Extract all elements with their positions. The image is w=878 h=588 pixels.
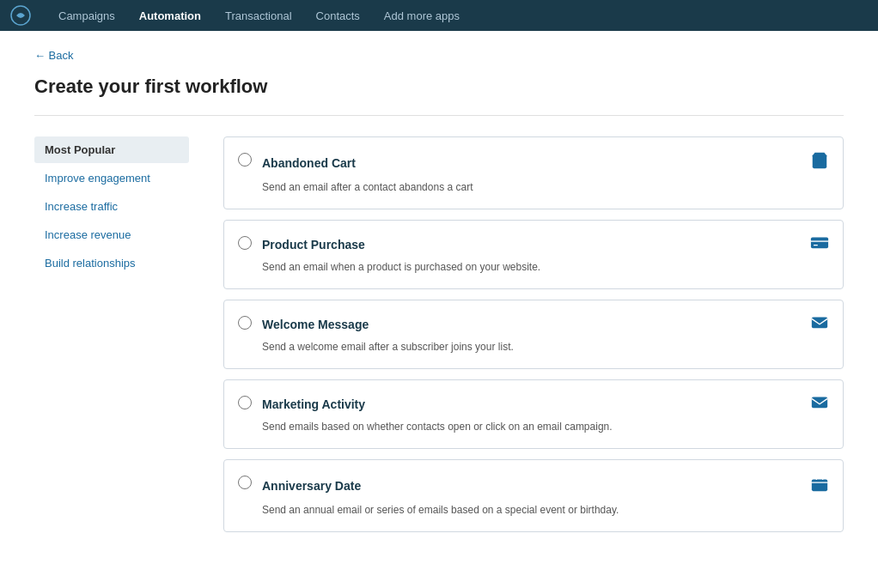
workflow-radio-marketing-activity[interactable]	[238, 396, 252, 409]
svg-rect-1	[811, 238, 828, 249]
sidebar-item-increase-traffic[interactable]: Increase traffic	[34, 193, 189, 220]
workflow-card-anniversary-date[interactable]: Anniversary Date Send an annual email or…	[223, 459, 844, 532]
main-layout: Most PopularImprove engagementIncrease t…	[34, 136, 844, 532]
card-title-marketing-activity: Marketing Activity	[262, 397, 365, 411]
navbar: Campaigns Automation Transactional Conta…	[0, 0, 878, 31]
workflow-radio-product-purchase[interactable]	[238, 236, 252, 250]
card-description-product-purchase: Send an email when a product is purchase…	[262, 259, 829, 275]
nav-contacts[interactable]: Contacts	[313, 9, 363, 22]
workflow-radio-welcome-message[interactable]	[238, 316, 252, 330]
card-header-welcome-message: Welcome Message	[262, 314, 829, 334]
card-header-abandoned-cart: Abandoned Cart	[262, 151, 829, 174]
card-content-product-purchase: Product Purchase Send an email when a pr…	[262, 234, 829, 275]
card-description-anniversary-date: Send an annual email or series of emails…	[262, 502, 829, 518]
card-content-abandoned-cart: Abandoned Cart Send an email after a con…	[262, 151, 829, 195]
card-title-welcome-message: Welcome Message	[262, 318, 369, 331]
card-header-product-purchase: Product Purchase	[262, 234, 829, 254]
sidebar-item-increase-revenue[interactable]: Increase revenue	[34, 221, 189, 248]
card-description-welcome-message: Send a welcome email after a subscriber …	[262, 339, 829, 355]
page-title: Create your first workflow	[34, 76, 844, 98]
logo	[10, 5, 31, 26]
back-link[interactable]: ← Back	[34, 49, 74, 62]
nav-add-more-apps[interactable]: Add more apps	[381, 9, 463, 22]
workflow-radio-anniversary-date[interactable]	[238, 476, 252, 489]
card-content-marketing-activity: Marketing Activity Send emails based on …	[262, 394, 829, 434]
nav-campaigns[interactable]: Campaigns	[55, 9, 119, 22]
workflow-card-marketing-activity[interactable]: Marketing Activity Send emails based on …	[223, 379, 844, 449]
card-icon-welcome-message	[810, 314, 829, 334]
nav-transactional[interactable]: Transactional	[222, 9, 296, 22]
svg-rect-2	[812, 479, 827, 491]
card-header-marketing-activity: Marketing Activity	[262, 394, 829, 414]
card-icon-product-purchase	[810, 234, 829, 254]
card-icon-anniversary-date	[810, 474, 829, 497]
card-title-anniversary-date: Anniversary Date	[262, 479, 361, 493]
card-title-abandoned-cart: Abandoned Cart	[262, 156, 356, 170]
card-title-product-purchase: Product Purchase	[262, 238, 365, 252]
divider	[34, 115, 844, 116]
sidebar-item-improve-engagement[interactable]: Improve engagement	[34, 165, 189, 191]
cards-area: Abandoned Cart Send an email after a con…	[223, 136, 844, 532]
card-description-marketing-activity: Send emails based on whether contacts op…	[262, 419, 829, 434]
card-icon-abandoned-cart	[810, 151, 829, 174]
card-header-anniversary-date: Anniversary Date	[262, 474, 829, 497]
workflow-card-product-purchase[interactable]: Product Purchase Send an email when a pr…	[223, 220, 844, 289]
nav-automation[interactable]: Automation	[136, 9, 204, 22]
page-container: ← Back Create your first workflow Most P…	[0, 31, 878, 549]
sidebar-item-most-popular[interactable]: Most Popular	[34, 136, 189, 163]
card-description-abandoned-cart: Send an email after a contact abandons a…	[262, 179, 829, 195]
card-content-anniversary-date: Anniversary Date Send an annual email or…	[262, 474, 829, 518]
sidebar: Most PopularImprove engagementIncrease t…	[34, 136, 189, 532]
workflow-card-welcome-message[interactable]: Welcome Message Send a welcome email aft…	[223, 300, 844, 369]
card-icon-marketing-activity	[810, 394, 829, 414]
workflow-radio-abandoned-cart[interactable]	[238, 153, 252, 167]
sidebar-item-build-relationships[interactable]: Build relationships	[34, 250, 189, 276]
workflow-card-abandoned-cart[interactable]: Abandoned Cart Send an email after a con…	[223, 136, 844, 209]
card-content-welcome-message: Welcome Message Send a welcome email aft…	[262, 314, 829, 355]
